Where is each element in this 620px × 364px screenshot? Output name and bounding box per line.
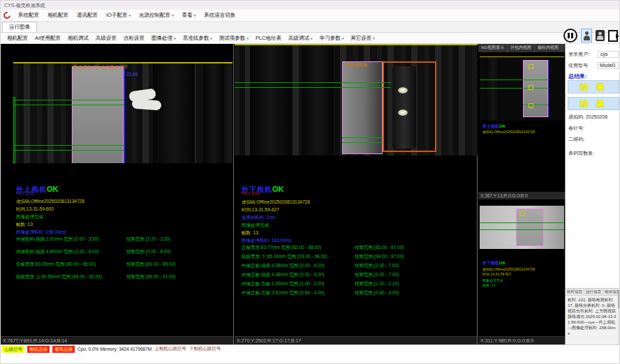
tool-label: 点检设置: [124, 35, 145, 41]
qrcode-label: 二维码:: [568, 136, 584, 143]
status-badge: OK: [499, 124, 505, 128]
thumbnail-column: NG视图显示 外包内视图 极组内视图 外上相机OK 虚拟码:Offline202…: [478, 44, 566, 344]
elapsed-line: 图像处理耗时: 298.00ms: [16, 229, 66, 236]
exit-door-icon[interactable]: [608, 30, 618, 42]
green-line: [13, 145, 124, 146]
user-login-icon[interactable]: [581, 29, 592, 43]
tool-advanced-settings[interactable]: 高级设置: [92, 35, 120, 42]
measure-row: 负极宽度:83.05mm 范围:(80.00 - 86.00) 报警范围:(81…: [16, 261, 232, 268]
gripper-blob: [132, 99, 162, 111]
tool-baseline-params[interactable]: 基准线参数 ▾: [179, 35, 216, 42]
tool-other-settings[interactable]: 其它设置 ▾: [347, 35, 378, 42]
brand-logo-icon: [2, 10, 12, 20]
pixel-coords-left: X:7677;Y:891;R:14;G:14;B:14: [1, 336, 233, 344]
tab-outer-view[interactable]: 外包内视图: [508, 44, 535, 52]
green-line: [13, 100, 125, 100]
elapsed-line: 图像处理耗时: 183.00ms: [242, 238, 291, 244]
menu-label: 系统语言切换: [204, 12, 235, 18]
log-tabs: 耗时信息 运行信息 错误信息: [566, 289, 620, 296]
tool-label: 相机调试: [68, 35, 89, 41]
log-tab-time[interactable]: 耗时信息: [566, 289, 584, 295]
log-tab-run[interactable]: 运行信息: [584, 289, 603, 295]
vcode-value: 20250208: [586, 114, 607, 119]
camera-name: 外上相机: [482, 124, 499, 128]
menu-language-switch[interactable]: 系统语言切换: [200, 12, 239, 19]
model-row: 使用型号: Model1: [568, 62, 619, 69]
log-text: 耗时: 222, 脉络检测耗时: 17, 脉络分类耗时: 0, 脉络视联分区耗时…: [566, 296, 620, 338]
time-line: 时间:13-31-59-627: [242, 207, 279, 213]
tool-spot-check[interactable]: 点检设置: [120, 35, 148, 42]
green-line: [235, 87, 391, 88]
window-title: CYS-视觉检测系统: [4, 3, 45, 8]
model-value[interactable]: Model1: [597, 62, 619, 69]
alarm-range: 报警范围:(2.00 - 7.00): [355, 263, 399, 269]
main-area: 23.68 静态阈值:93, 动态阈值:100 外上相机OK NG汇总(0) 虚…: [1, 44, 620, 344]
tabstrip: 运行图像: [1, 22, 619, 33]
battery-cell-region: [523, 60, 548, 117]
measure-row: 内侧豁料-隔膜:4.60mm 范围:(3.00 - 6.00) 报警范围:(0.…: [16, 249, 232, 255]
measure-text: 正极宽度:83.77mm 范围:(82.00 - 88.00): [242, 245, 321, 250]
total-result-label: 总结果:: [568, 73, 587, 80]
tab-ng-view[interactable]: NG视图显示: [478, 44, 508, 52]
ai-time-line: 使用AI耗时: 1ms: [242, 215, 275, 221]
ng-note: NG汇总(0): [242, 191, 260, 196]
thumb-top-image[interactable]: [480, 56, 564, 121]
pause-icon[interactable]: [563, 29, 577, 43]
blue-measure-line: [124, 68, 125, 163]
menu-view[interactable]: 查看 ▾: [178, 12, 200, 19]
measure-row: 隔膜宽度-上:90.56mm 范围:(88.00 - 92.00) 报警范围:(…: [16, 274, 232, 280]
write-count-label: 条码写数量:: [568, 150, 594, 157]
tool-ai-config[interactable]: AI使用配置: [31, 35, 64, 42]
thumb-bottom-title: 外下相机OK: [482, 260, 505, 266]
thumb-bottom-info: 时间:13-31-59-627: [482, 272, 511, 276]
menu-camera-config[interactable]: 相机配置: [43, 12, 73, 19]
user-logout-icon[interactable]: [596, 30, 605, 41]
chevron-down-icon: ▾: [342, 36, 344, 40]
vcode-label: 虚拟码:: [568, 114, 584, 119]
menu-system-config[interactable]: 系统配置: [14, 12, 43, 19]
separator-cell-region: [342, 61, 383, 154]
menu-comm-config[interactable]: 通讯配置: [73, 12, 102, 19]
menu-label: 光源控制配置: [139, 12, 170, 18]
model-label: 使用型号:: [568, 62, 589, 69]
chevron-down-icon: ▾: [129, 13, 131, 17]
tool-image-processing[interactable]: 图像处理 ▾: [148, 35, 179, 42]
menu-label: IO子配置: [106, 12, 127, 18]
tool-camera-config[interactable]: 相机配置: [3, 35, 31, 42]
alarm-range: 报警范围:(0.60 - 4.00): [355, 290, 399, 296]
thumb-bottom-image[interactable]: [480, 206, 564, 249]
result-box-top: 结 果: [568, 80, 619, 93]
measure-text: 隔膜宽度-下:95.24mm 范围:(93.00 - 98.00): [242, 254, 327, 259]
vcode-row: 虚拟码: 20250208: [568, 114, 607, 121]
green-line: [480, 88, 549, 89]
tool-label: 学习参数: [320, 35, 341, 41]
tool-plc-address[interactable]: PLC地址表: [252, 35, 285, 42]
comm-link-badge: 通讯连接: [52, 346, 75, 353]
camera-left-image[interactable]: 23.68 静态阈值:93, 动态阈值:100: [13, 62, 232, 163]
dark-column: [153, 63, 195, 163]
tool-learning-params[interactable]: 学习参数 ▾: [316, 35, 348, 42]
tab-run-image[interactable]: 运行图像: [2, 22, 37, 32]
menu-label: 相机配置: [47, 12, 68, 18]
menu-light-config[interactable]: 光源控制配置 ▾: [135, 12, 178, 19]
tool-camera-debug[interactable]: 相机调试: [64, 35, 92, 42]
camera-mid-image[interactable]: AI处理图像: [235, 44, 478, 156]
tab-polegroup-view[interactable]: 极组内视图: [535, 44, 562, 52]
blue-measure-line: [548, 60, 549, 117]
login-user-value[interactable]: cys: [598, 51, 619, 58]
green-line: [480, 79, 549, 80]
status-badge: OK: [499, 261, 505, 265]
menu-io-config[interactable]: IO子配置 ▾: [102, 12, 135, 19]
thumb-bottom-info: 图像处理完成: [482, 278, 503, 282]
chevron-down-icon: ▾: [311, 36, 313, 40]
tool-test-params[interactable]: 测试项参数 ▾: [216, 35, 252, 42]
led-glow: [398, 87, 408, 93]
alarm-range: 报警范围:(1.10 - 2.10): [355, 281, 399, 287]
titlebar: CYS-视觉检测系统: [1, 1, 619, 10]
tool-advanced-debug[interactable]: 高级调试 ▾: [285, 35, 316, 42]
dark-column: [203, 63, 224, 163]
measure-row: 外侧正极-隔膜:4.38mm 范围:(0.00 - 9.00) 报警范围:(2.…: [242, 263, 475, 269]
yellow-marker: [529, 64, 533, 69]
tool-label: 基准线参数: [183, 35, 209, 41]
dark-column: [250, 45, 292, 156]
